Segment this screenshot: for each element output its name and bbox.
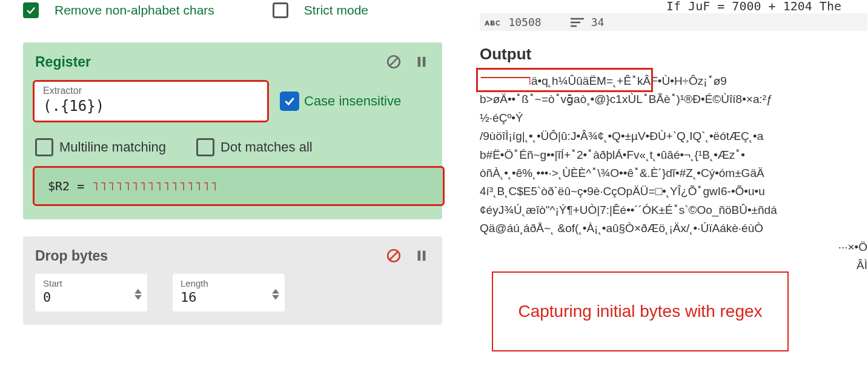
output-line: ···×•Ö xyxy=(480,238,867,256)
opt-remove-nonalpha-label: Remove non-alphabet chars xyxy=(55,3,214,18)
svg-rect-7 xyxy=(423,251,426,261)
char-count: 10508 xyxy=(508,16,541,28)
drop-title: Drop bytes xyxy=(35,248,108,264)
lines-icon xyxy=(571,18,584,27)
output-line: òñÀ˛•˛•ê%˛•••·>˛ÙÈÈ^˟\¾O••ê˟&.È´}dĩ•#Z˛•… xyxy=(480,164,867,182)
svg-line-1 xyxy=(389,57,398,66)
start-label: Start xyxy=(43,278,139,288)
svg-line-5 xyxy=(389,251,398,260)
stats-bar: ᴀʙᴄ 10508 34 xyxy=(480,13,867,31)
register-result-label: $R2 = xyxy=(48,179,91,193)
start-field[interactable]: Start 0 xyxy=(35,274,147,311)
output-line: Qä@áú¸áðÅ~˛ &of(˛•À¡˛•aû§Ò×ðÆö˛¡Äx/˛•·Úï… xyxy=(480,219,867,238)
length-field[interactable]: Length 16 xyxy=(173,274,285,311)
register-card: Register Extractor (.{16}) Case insensit… xyxy=(23,42,442,219)
multiline-label: Multiline matching xyxy=(59,139,166,155)
spinner-icon[interactable] xyxy=(272,289,279,300)
abc-icon: ᴀʙᴄ xyxy=(485,18,501,27)
disable-icon[interactable] xyxy=(385,53,402,70)
line-count: 34 xyxy=(591,16,605,28)
checkbox-multiline[interactable] xyxy=(35,138,53,156)
output-text[interactable]: ˥˥˥˥˥˥˥˥˥˥˥˥˥˥˥˥˥˥˥˥ä•q˛h¼ÛûäËM=˛+Ê˟kÂF•… xyxy=(480,72,867,274)
output-panel: Output ˥˥˥˥˥˥˥˥˥˥˥˥˥˥˥˥˥˥˥˥ä•q˛h¼ÛûäËM=˛… xyxy=(480,45,867,274)
svg-marker-11 xyxy=(272,295,279,300)
dotall-label: Dot matches all xyxy=(220,139,313,155)
svg-rect-6 xyxy=(418,251,421,261)
output-line: b#Ë•Ö˟Éñ~g••|ĩÍ+˟2•˟àðþlÁ•Fv«˛t˛•ûâé•¬˛{… xyxy=(480,146,867,164)
length-label: Length xyxy=(181,278,277,288)
output-line: ¢éyJ¾Ú˛æîò"^¡Ý¶+UÒ|7:|Êé••´´ÓK±É˟s`©Oo_ñ… xyxy=(480,201,867,219)
svg-marker-9 xyxy=(134,295,142,300)
output-line: /9ùöîÌ¡íg|˛•˛•ÜÔ|û:J•Â¾¢˛•Q•±µV•ÐÙ+`Q¸IQ… xyxy=(480,127,867,145)
disable-icon[interactable] xyxy=(385,247,402,264)
extractor-value: (.{16}) xyxy=(43,98,259,115)
output-line: 4í³˛B˛C$E5`òð`ëû~ç•9è·CçOpÄÜ=□•˛YÎ¿Õ˟gwI… xyxy=(480,182,867,201)
output-title: Output xyxy=(480,45,867,64)
register-result-box: $R2 = ˥˥˥˥˥˥˥˥˥˥˥˥˥˥˥˥ xyxy=(33,166,445,206)
start-value: 0 xyxy=(43,290,139,305)
output-line1-rest: ä•q˛h¼ÛûäËM=˛+Ê˟kÂF•Ù•H÷Ôz¡˟ø9 xyxy=(531,75,727,87)
spinner-icon[interactable] xyxy=(134,289,142,300)
length-value: 16 xyxy=(181,290,277,305)
checkbox-dotall[interactable] xyxy=(196,138,214,156)
case-insensitive-label: Case insensitive xyxy=(304,93,401,109)
svg-marker-8 xyxy=(134,289,142,294)
checkbox-case-insensitive[interactable] xyxy=(280,92,299,111)
output-line1-prefix: ˥˥˥˥˥˥˥˥˥˥˥˥˥˥˥˥˥˥˥˥ xyxy=(480,75,531,87)
pause-icon[interactable] xyxy=(413,53,430,70)
svg-rect-3 xyxy=(423,57,426,67)
pause-icon[interactable] xyxy=(413,247,430,264)
checkbox-strict-mode[interactable] xyxy=(273,2,288,18)
code-fragment: If JuF = 7000 + 1204 The xyxy=(666,0,841,13)
top-options-row: Remove non-alphabet chars Strict mode xyxy=(23,0,454,21)
svg-rect-2 xyxy=(418,57,421,67)
output-line: b>øÄ••˟ß˟~=ò˟vḡaò¸•@}c1xÙL˟BÃè˟)¹®Ð•É©Ùî… xyxy=(480,90,867,108)
annotation-box: Capturing initial bytes with regex xyxy=(492,271,789,351)
opt-strict-mode-label: Strict mode xyxy=(304,3,368,18)
checkbox-remove-nonalpha[interactable] xyxy=(23,2,39,18)
register-title: Register xyxy=(35,54,91,70)
extractor-label: Extractor xyxy=(43,85,259,96)
svg-marker-10 xyxy=(272,289,279,294)
output-line: ½·éÇº•Ý xyxy=(480,109,867,127)
drop-bytes-card: Drop bytes Start 0 Length xyxy=(23,236,442,325)
extractor-input[interactable]: Extractor (.{16}) xyxy=(33,80,269,122)
register-result-value: ˥˥˥˥˥˥˥˥˥˥˥˥˥˥˥˥ xyxy=(91,179,218,193)
